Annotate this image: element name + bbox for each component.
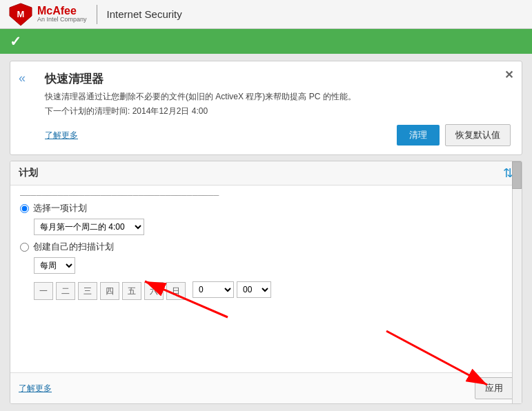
option1-group: 选择一项计划 每月第一个周二的 4:00 每天 4:00 每周 4:00: [20, 202, 508, 235]
day-mon-button[interactable]: 一: [34, 282, 53, 300]
main-content: « ✕ 快速清理器 快速清理器通过让您删除不必要的文件(如旧的 ActiveX …: [0, 54, 532, 411]
option2-select-row: 每周 每天 每月: [34, 257, 508, 274]
time-row: 0123 4567 00153045: [193, 281, 271, 298]
apply-button[interactable]: 应用: [475, 377, 513, 399]
day-thu-button[interactable]: 四: [100, 282, 119, 300]
day-buttons-group: 一 二 三 四 五 六 日: [34, 282, 186, 300]
option1-select-row: 每月第一个周二的 4:00 每天 4:00 每周 4:00: [34, 219, 508, 235]
day-tue-button[interactable]: 二: [56, 282, 75, 300]
option2-radio[interactable]: [20, 243, 29, 252]
option2-radio-row: 创建自己的扫描计划: [20, 241, 508, 253]
option1-radio-row: 选择一项计划: [20, 202, 508, 214]
status-checkmark-icon: ✓: [10, 33, 21, 50]
app-title: Internet Security: [107, 8, 182, 20]
scrollbar-thumb[interactable]: [512, 186, 522, 189]
status-bar: ✓: [0, 29, 532, 54]
schedule-card: 计划 ⇅ ───────────────────────────────────…: [10, 161, 522, 404]
schedule-footer: 了解更多 应用: [10, 372, 522, 403]
option2-frequency-select[interactable]: 每周 每天 每月: [34, 257, 75, 274]
clean-button[interactable]: 清理: [397, 125, 440, 146]
option1-label: 选择一项计划: [33, 202, 87, 214]
mcafee-logo: M McAfee An Intel Company: [8, 2, 87, 27]
svg-text:M: M: [17, 9, 25, 19]
schedule-header: 计划 ⇅: [10, 161, 522, 186]
close-icon[interactable]: ✕: [504, 68, 513, 81]
option2-label: 创建自己的扫描计划: [33, 241, 114, 253]
card-description: 快速清理器通过让您删除不必要的文件(如旧的 ActiveX 程序)来帮助提高 P…: [45, 90, 511, 103]
option2-group: 创建自己的扫描计划 每周 每天 每月 一 二: [20, 241, 508, 300]
logo-intel-label: An Intel Company: [37, 17, 87, 23]
logo-brand-name: McAfee: [37, 5, 87, 17]
header-divider: [97, 5, 97, 24]
schedule-value: 2014年12月2日 4:00: [132, 106, 208, 116]
app-header: M McAfee An Intel Company Internet Secur…: [0, 0, 532, 29]
day-fri-button[interactable]: 五: [122, 282, 141, 300]
schedule-label: 下一个计划的清理时间:: [45, 106, 130, 116]
learn-more-link-top[interactable]: 了解更多: [45, 130, 78, 141]
learn-more-link-bottom[interactable]: 了解更多: [19, 383, 52, 394]
mcafee-shield-icon: M: [8, 2, 33, 27]
quick-cleaner-card: « ✕ 快速清理器 快速清理器通过让您删除不必要的文件(如旧的 ActiveX …: [10, 61, 522, 155]
logo-text: McAfee An Intel Company: [37, 5, 87, 23]
restore-defaults-button[interactable]: 恢复默认值: [445, 124, 511, 146]
option1-radio[interactable]: [20, 204, 29, 213]
clipped-text: ─────────────────────────────────────: [20, 191, 508, 199]
day-sat-button[interactable]: 六: [144, 282, 164, 300]
card-schedule-info: 下一个计划的清理时间: 2014年12月2日 4:00: [45, 106, 511, 117]
card-title: 快速清理器: [45, 71, 511, 87]
time-hour-select[interactable]: 0123 4567: [193, 281, 234, 298]
back-arrow-icon[interactable]: «: [19, 71, 26, 86]
day-wed-button[interactable]: 三: [78, 282, 97, 300]
option1-select[interactable]: 每月第一个周二的 4:00 每天 4:00 每周 4:00: [34, 219, 144, 235]
time-minute-select[interactable]: 00153045: [237, 281, 271, 298]
schedule-body: ───────────────────────────────────── 选择…: [10, 186, 522, 372]
day-sun-button[interactable]: 日: [166, 282, 186, 300]
schedule-section-title: 计划: [19, 167, 38, 179]
card-actions: 了解更多 清理 恢复默认值: [45, 124, 511, 146]
scrollbar-track: [512, 186, 522, 372]
